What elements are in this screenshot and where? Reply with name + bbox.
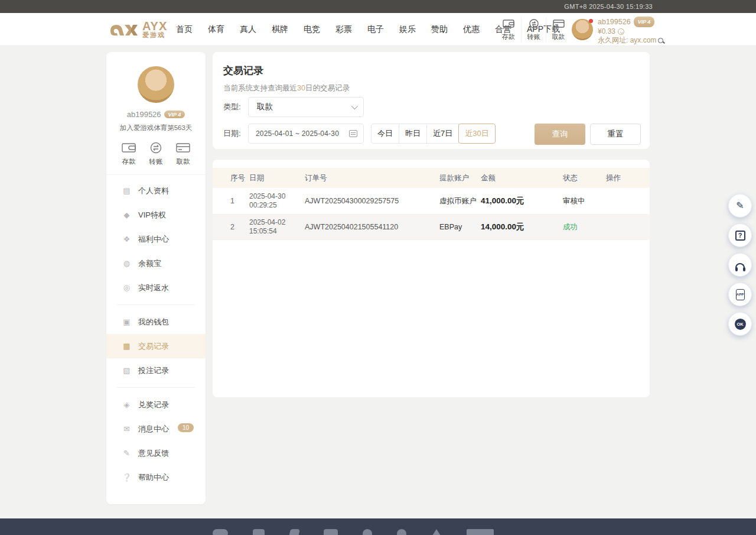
brand-logo[interactable]: AYX 爱游戏 (109, 18, 167, 40)
partner-logo (467, 529, 494, 535)
col-date: 日期 (249, 173, 305, 183)
footer-bar (0, 518, 756, 535)
withdraw-button[interactable]: 取款 (546, 17, 571, 42)
status-badge: 审核中 (563, 196, 606, 206)
search-icon[interactable] (657, 37, 664, 44)
id-card-icon: ▤ (122, 186, 132, 195)
col-order: 订单号 (305, 173, 439, 183)
gift-icon: ❖ (122, 235, 132, 244)
user-info-block: ab199526 VIP 4 ¥0.33 永久网址: ayx.com (598, 17, 664, 45)
sidebar-item-transactions[interactable]: ▦ 交易记录 (106, 334, 206, 358)
sidebar-item-bets[interactable]: ▧ 投注记录 (106, 358, 206, 382)
quick-range-today[interactable]: 今日 (371, 124, 399, 144)
sidebar-transfer-button[interactable]: 转账 (149, 142, 163, 166)
order-number: AJWT202504300029257575 (305, 197, 439, 205)
joined-days-text: 加入爱游戏体育第563天 (106, 124, 206, 132)
partner-logo (253, 529, 265, 535)
type-label: 类型: (223, 102, 248, 112)
money-bag-icon: ◍ (122, 259, 132, 268)
sidebar-divider (117, 387, 195, 388)
status-topbar: GMT+8 2025-04-30 15:19:33 (0, 0, 756, 13)
withdraw-card-icon (553, 19, 565, 28)
partner-logo (397, 529, 406, 535)
vip-badge: VIP 4 (634, 17, 655, 27)
table-row: 1 2025-04-30 00:29:25 AJWT20250430002925… (213, 188, 650, 214)
headset-icon (735, 263, 745, 269)
sidebar-withdraw-button[interactable]: 取款 (176, 142, 190, 166)
type-select[interactable]: 取款 (248, 97, 364, 117)
col-amount: 金额 (481, 173, 563, 183)
sidebar-item-rebate[interactable]: ◎ 实时返水 (106, 275, 206, 300)
sidebar-deposit-button[interactable]: 存款 (122, 142, 136, 166)
nav-esports[interactable]: 电竞 (304, 24, 320, 35)
reset-button[interactable]: 重置 (590, 124, 641, 145)
profile-sidebar: ab199526 VIP 4 加入爱游戏体育第563天 存款 转账 取款 ▤ 个… (106, 52, 206, 504)
customer-service-float-button[interactable] (728, 253, 752, 277)
app-phone-icon: APP (736, 289, 745, 300)
nav-sports[interactable]: 体育 (208, 24, 224, 35)
nav-entertainment[interactable]: 娱乐 (399, 24, 416, 35)
nav-sponsor[interactable]: 赞助 (431, 24, 448, 35)
help-icon: ❔ (122, 473, 132, 482)
amount: 41,000.00元 (481, 196, 563, 206)
sidebar-item-feedback[interactable]: ✎ 意见反馈 (106, 441, 206, 465)
transfer-icon (149, 142, 163, 154)
row-time: 15:05:54 (249, 227, 277, 235)
order-number: AJWT202504021505541120 (305, 223, 439, 231)
col-action: 操作 (606, 173, 644, 183)
col-status: 状态 (563, 173, 606, 183)
sidebar-item-welfare[interactable]: ❖ 福利中心 (106, 227, 206, 251)
quick-range-30days[interactable]: 近30日 (458, 124, 495, 144)
partner-logo (324, 529, 338, 535)
nav-live[interactable]: 真人 (240, 24, 256, 35)
deposit-button[interactable]: 存款 (496, 17, 521, 42)
amount: 14,000.00元 (481, 222, 563, 232)
unread-count-badge: 10 (178, 423, 194, 432)
date-range-input[interactable]: 2025-04-01 ~ 2025-04-30 (248, 124, 364, 144)
nav-chess[interactable]: 棋牌 (272, 24, 288, 35)
sidebar-item-yuebao[interactable]: ◍ 余额宝 (106, 251, 206, 275)
app-download-float-button[interactable]: APP (728, 283, 752, 306)
feedback-float-button[interactable]: ✎ (728, 194, 752, 218)
sidebar-item-vip[interactable]: ◆ VIP特权 (106, 203, 206, 227)
permanent-url: 永久网址: ayx.com (598, 36, 656, 45)
sidebar-item-messages[interactable]: ✉ 消息中心 10 (106, 417, 206, 441)
verify-float-button[interactable]: OK (728, 312, 752, 336)
wallet-icon: ▣ (122, 317, 132, 326)
feedback-pencil-icon: ✎ (122, 449, 132, 458)
nav-promo[interactable]: 优惠 (463, 24, 480, 35)
nav-home[interactable]: 首页 (176, 24, 193, 35)
sidebar-item-wallet[interactable]: ▣ 我的钱包 (106, 310, 206, 334)
server-datetime: GMT+8 2025-04-30 15:19:33 (564, 3, 653, 10)
row-time: 00:29:25 (249, 201, 277, 209)
deposit-wallet-icon (122, 142, 136, 154)
user-avatar[interactable] (572, 19, 593, 40)
faq-float-button[interactable]: ? (728, 223, 752, 247)
message-megaphone-icon: ✉ (122, 424, 132, 433)
sidebar-item-help[interactable]: ❔ 帮助中心 (106, 465, 206, 489)
sidebar-item-prizes[interactable]: ◈ 兑奖记录 (106, 393, 206, 417)
calendar-icon (349, 130, 357, 137)
search-button[interactable]: 查询 (535, 124, 585, 145)
sidebar-menu: ▤ 个人资料 ◆ VIP特权 ❖ 福利中心 ◍ 余额宝 ◎ 实时返水 ▣ 我的钱… (106, 175, 206, 489)
sidebar-avatar[interactable] (138, 66, 174, 103)
transfer-icon (528, 19, 540, 28)
floating-action-column: ✎ ? APP OK (728, 194, 752, 336)
prize-record-icon: ◈ (122, 400, 132, 409)
withdraw-account: EBPay (439, 223, 481, 231)
chevron-down-icon (351, 103, 358, 109)
rebate-target-icon: ◎ (122, 283, 132, 292)
table-row: 2 2025-04-02 15:05:54 AJWT20250402150554… (213, 214, 650, 240)
nav-lottery[interactable]: 彩票 (335, 24, 352, 35)
row-date: 2025-04-30 (249, 192, 285, 200)
status-badge: 成功 (563, 222, 606, 232)
date-label: 日期: (223, 128, 248, 139)
username[interactable]: ab199526 (598, 18, 631, 27)
vip-gem-icon: ◆ (122, 210, 132, 219)
quick-range-7days[interactable]: 近7日 (426, 124, 459, 144)
refresh-balance-icon[interactable] (618, 28, 624, 35)
quick-range-yesterday[interactable]: 昨日 (399, 124, 427, 144)
sidebar-item-profile[interactable]: ▤ 个人资料 (106, 179, 206, 203)
transfer-button[interactable]: 转账 (521, 17, 546, 42)
nav-slots[interactable]: 电子 (367, 24, 384, 35)
